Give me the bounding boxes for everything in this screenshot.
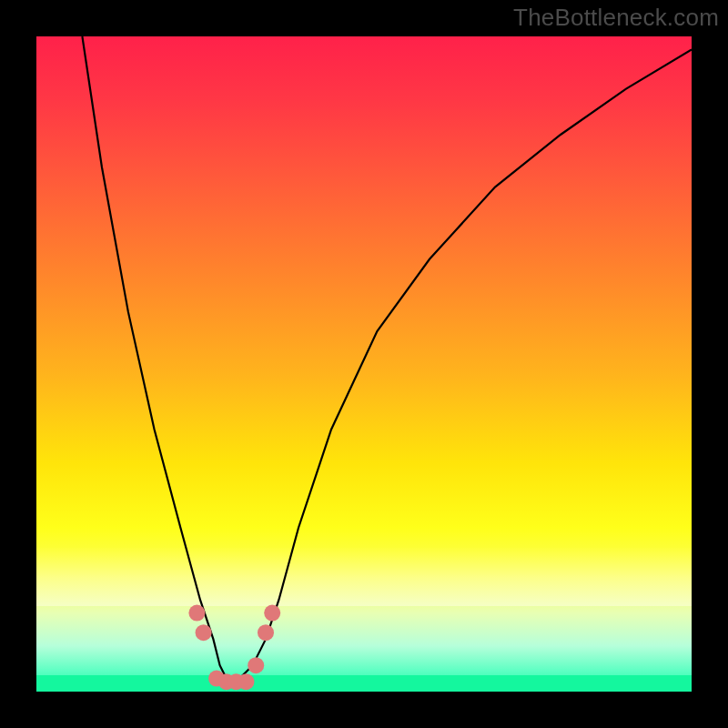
marker-group [188, 605, 280, 691]
marker-dot [196, 624, 212, 641]
marker-dot [238, 673, 254, 690]
bottleneck-curve [82, 36, 692, 685]
plot-area [36, 36, 692, 692]
marker-dot [248, 657, 264, 673]
watermark-text: TheBottleneck.com [513, 4, 719, 32]
chart-frame: TheBottleneck.com [0, 0, 728, 728]
marker-dot [188, 605, 205, 622]
marker-dot [264, 605, 280, 622]
marker-dot [258, 624, 274, 641]
curve-svg [36, 36, 692, 692]
